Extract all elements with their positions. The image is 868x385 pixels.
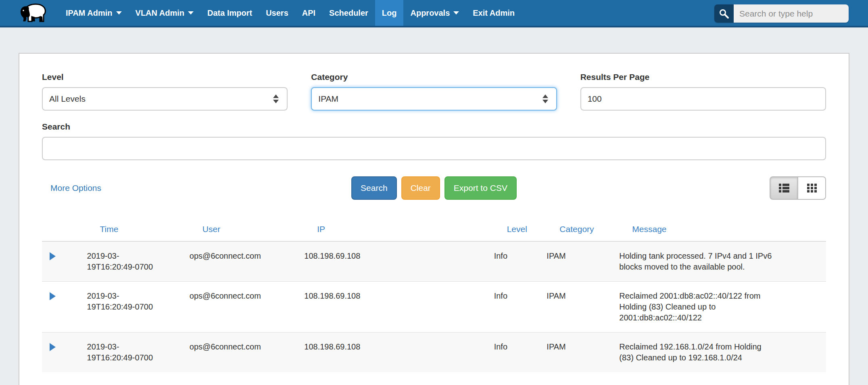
log-message: Reclaimed 2001:db8:ac02::40/122 from Hol…	[619, 291, 776, 323]
expand-row-icon[interactable]	[50, 252, 56, 260]
table-row: 2019-03-19T16:20:49-0700ops@6connect.com…	[42, 241, 826, 282]
nav-item-data-import[interactable]: Data Import	[200, 0, 259, 26]
log-table-header-row: TimeUserIPLevelCategoryMessage	[42, 218, 826, 241]
log-panel: Level All Levels Category IPAM Results P…	[19, 53, 849, 385]
nav-item-users[interactable]: Users	[259, 0, 295, 26]
log-category: IPAM	[547, 341, 613, 352]
log-category: IPAM	[547, 291, 613, 301]
top-navbar: IPAM AdminVLAN AdminData ImportUsersAPIS…	[0, 0, 868, 27]
column-header-time[interactable]: Time	[84, 218, 186, 241]
search-icon[interactable]	[714, 4, 734, 23]
category-select[interactable]: IPAM	[311, 87, 557, 111]
level-select[interactable]: All Levels	[42, 87, 288, 111]
nav-item-scheduler[interactable]: Scheduler	[322, 0, 375, 26]
grid-view-button[interactable]	[798, 176, 826, 200]
nav-item-api[interactable]: API	[295, 0, 322, 26]
log-user: ops@6connect.com	[190, 251, 298, 262]
log-time: 2019-03-19T16:20:49-0700	[87, 251, 156, 272]
list-view-button[interactable]	[770, 176, 798, 200]
nav-search-group	[714, 4, 849, 23]
view-toggle-group	[770, 176, 826, 200]
column-header-ip[interactable]: IP	[301, 218, 490, 241]
log-table: TimeUserIPLevelCategoryMessage 2019-03-1…	[42, 218, 826, 372]
expand-column-header	[42, 218, 84, 241]
actions-row: More Options Search Clear Export to CSV	[42, 176, 826, 200]
column-header-category[interactable]: Category	[543, 218, 616, 241]
nav-item-vlan-admin[interactable]: VLAN Admin	[129, 0, 200, 26]
magnifier-icon	[719, 8, 729, 19]
level-label: Level	[42, 72, 288, 82]
log-time: 2019-03-19T16:20:49-0700	[87, 341, 156, 363]
log-category: IPAM	[547, 251, 613, 262]
nav-menu: IPAM AdminVLAN AdminData ImportUsersAPIS…	[59, 0, 522, 26]
log-ip: 108.198.69.108	[304, 341, 487, 352]
category-select-value: IPAM	[318, 94, 338, 104]
export-csv-button[interactable]: Export to CSV	[444, 176, 517, 200]
nav-item-label: Users	[266, 8, 288, 18]
clear-button[interactable]: Clear	[401, 176, 440, 200]
category-field: Category IPAM	[311, 72, 557, 111]
nav-item-label: Exit Admin	[473, 8, 515, 18]
column-header-user[interactable]: User	[186, 218, 301, 241]
nav-item-label: IPAM Admin	[66, 8, 113, 18]
search-label: Search	[42, 122, 826, 132]
nav-item-label: Data Import	[207, 8, 252, 18]
chevron-down-icon	[453, 11, 459, 15]
log-user: ops@6connect.com	[190, 341, 298, 352]
chevron-down-icon	[188, 11, 194, 15]
nav-item-label: Approvals	[410, 8, 450, 18]
filter-row: Level All Levels Category IPAM Results P…	[42, 72, 826, 111]
nav-item-label: Scheduler	[329, 8, 368, 18]
log-level: Info	[494, 291, 540, 301]
nav-item-log[interactable]: Log	[375, 0, 404, 26]
log-message: Holding tank processed. 7 IPv4 and 1 IPv…	[619, 251, 776, 272]
column-header-message[interactable]: Message	[616, 218, 826, 241]
log-search-input[interactable]	[42, 137, 826, 160]
table-row: 2019-03-19T16:20:49-0700ops@6connect.com…	[42, 333, 826, 372]
global-search-input[interactable]	[734, 4, 849, 23]
log-level: Info	[494, 251, 540, 262]
log-table-body: 2019-03-19T16:20:49-0700ops@6connect.com…	[42, 241, 826, 372]
expand-row-icon[interactable]	[50, 343, 56, 351]
select-stepper-icon	[273, 94, 279, 103]
log-time: 2019-03-19T16:20:49-0700	[87, 291, 156, 312]
log-user: ops@6connect.com	[190, 291, 298, 301]
list-view-icon	[778, 182, 790, 194]
nav-item-label: Log	[382, 8, 397, 18]
log-level: Info	[494, 341, 540, 352]
level-select-value: All Levels	[49, 94, 86, 104]
chevron-down-icon	[116, 11, 122, 15]
select-stepper-icon	[542, 94, 548, 103]
nav-item-label: API	[302, 8, 315, 18]
category-label: Category	[311, 72, 557, 82]
nav-item-label: VLAN Admin	[136, 8, 184, 18]
mammoth-logo-icon	[19, 2, 48, 24]
search-field: Search	[42, 122, 826, 160]
grid-view-icon	[806, 182, 818, 194]
more-options-link[interactable]: More Options	[50, 183, 101, 193]
results-per-page-field: Results Per Page	[580, 72, 826, 111]
expand-row-icon[interactable]	[50, 292, 56, 300]
column-header-level[interactable]: Level	[491, 218, 544, 241]
results-per-page-label: Results Per Page	[580, 72, 826, 82]
log-ip: 108.198.69.108	[304, 291, 487, 301]
log-ip: 108.198.69.108	[304, 251, 487, 262]
nav-item-exit-admin[interactable]: Exit Admin	[466, 0, 522, 26]
brand-logo[interactable]	[0, 0, 59, 26]
table-row: 2019-03-19T16:20:49-0700ops@6connect.com…	[42, 282, 826, 333]
nav-item-approvals[interactable]: Approvals	[403, 0, 466, 26]
log-message: Reclaimed 192.168.1.0/24 from Holding (8…	[619, 341, 776, 363]
action-buttons: Search Clear Export to CSV	[351, 176, 517, 200]
level-field: Level All Levels	[42, 72, 288, 111]
search-button[interactable]: Search	[351, 176, 397, 200]
nav-item-ipam-admin[interactable]: IPAM Admin	[59, 0, 129, 26]
results-per-page-input[interactable]	[580, 87, 826, 111]
